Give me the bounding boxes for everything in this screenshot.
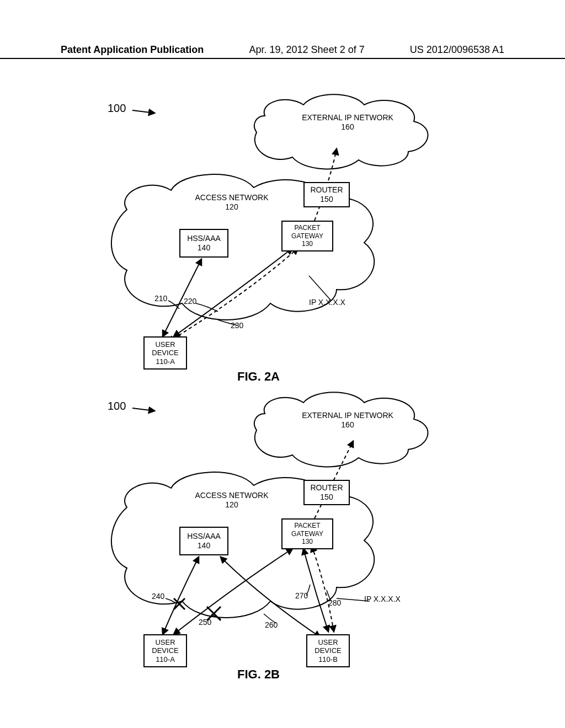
router-num-b: 150	[320, 493, 333, 502]
svg-line-0	[132, 110, 154, 113]
page-header: Patent Application Publication Apr. 19, …	[0, 44, 565, 59]
cloud-external-a	[254, 94, 428, 169]
header-date-sheet: Apr. 19, 2012 Sheet 2 of 7	[249, 44, 365, 56]
hss-box-a: HSS/AAA 140	[179, 229, 228, 258]
ip-label-b: IP X.X.X.X	[364, 595, 401, 604]
user-a-num-a: 110-A	[156, 357, 175, 366]
router-box-b: ROUTER 150	[303, 480, 350, 505]
hss-num-a: 140	[198, 243, 210, 253]
external-num-b: 160	[341, 420, 354, 429]
access-name-b: ACCESS NETWORK	[195, 491, 268, 500]
ref-100-a: 100	[108, 102, 126, 115]
gateway-name-a: PACKET	[294, 224, 320, 232]
user-b-name-b: USER	[318, 638, 338, 647]
user-a-name-b: USER	[155, 638, 175, 647]
router-name-b: ROUTER	[310, 483, 343, 493]
hss-name-b: HSS/AAA	[187, 532, 221, 541]
router-box-a: ROUTER 150	[303, 182, 350, 207]
external-num-a: 160	[341, 122, 354, 131]
header-publication: Patent Application Publication	[61, 44, 204, 56]
figure-caption-2b: FIG. 2B	[237, 667, 280, 682]
figure-caption-2a: FIG. 2A	[237, 370, 280, 384]
user-b-num-b: 110-B	[318, 655, 338, 664]
gateway-name-b: PACKET	[294, 522, 320, 529]
flow-280: 280	[328, 598, 341, 608]
ref-100-b: 100	[108, 400, 126, 413]
svg-line-1	[309, 276, 331, 301]
header-pubnum: US 2012/0096538 A1	[410, 44, 504, 56]
gateway-num-b: 130	[302, 538, 313, 545]
cloud-external-b	[254, 392, 428, 467]
cloud-external-label-b: EXTERNAL IP NETWORK 160	[292, 411, 403, 430]
hss-box-b: HSS/AAA 140	[179, 527, 228, 555]
gateway-box-b: PACKET GATEWAY 130	[281, 518, 333, 549]
flow-250: 250	[199, 618, 211, 627]
gateway-name2-b: GATEWAY	[291, 530, 323, 538]
user-a-box-b: USER DEVICE 110-A	[143, 634, 187, 667]
access-num-b: 120	[225, 500, 238, 509]
gateway-num-a: 130	[302, 240, 313, 248]
user-a-name2-b: DEVICE	[152, 646, 178, 655]
user-b-name2-b: DEVICE	[315, 646, 341, 655]
user-a-name-a: USER	[155, 340, 175, 349]
cloud-access-label-b: ACCESS NETWORK 120	[182, 491, 281, 510]
flow-220: 220	[184, 297, 196, 306]
flow-230: 230	[231, 321, 243, 330]
user-a-num-b: 110-A	[156, 655, 175, 664]
external-name-b: EXTERNAL IP NETWORK	[302, 411, 393, 420]
cloud-external-label-a: EXTERNAL IP NETWORK 160	[292, 113, 403, 132]
user-b-box-b: USER DEVICE 110-B	[306, 634, 350, 667]
svg-line-2	[132, 408, 154, 411]
access-num-a: 120	[225, 202, 238, 211]
diagram-area: 100 EXTERNAL IP NETWORK 160 ACCESS NETWO…	[55, 83, 508, 689]
router-name-a: ROUTER	[310, 185, 343, 195]
ip-label-a: IP X.X.X.X	[309, 298, 345, 307]
external-name-a: EXTERNAL IP NETWORK	[302, 113, 393, 122]
gateway-name2-a: GATEWAY	[291, 232, 323, 240]
flow-260: 260	[265, 620, 278, 630]
flow-210: 210	[154, 294, 167, 303]
gateway-box-a: PACKET GATEWAY 130	[281, 221, 333, 251]
flow-240: 240	[152, 592, 164, 601]
hss-name-a: HSS/AAA	[187, 234, 221, 243]
access-name-a: ACCESS NETWORK	[195, 193, 268, 202]
cloud-access-label-a: ACCESS NETWORK 120	[182, 193, 281, 212]
hss-num-b: 140	[198, 541, 210, 550]
user-a-name2-a: DEVICE	[152, 349, 178, 357]
diagram-svg	[55, 83, 508, 689]
flow-270: 270	[295, 591, 308, 601]
user-a-box-a: USER DEVICE 110-A	[143, 336, 187, 370]
router-num-a: 150	[320, 195, 333, 204]
